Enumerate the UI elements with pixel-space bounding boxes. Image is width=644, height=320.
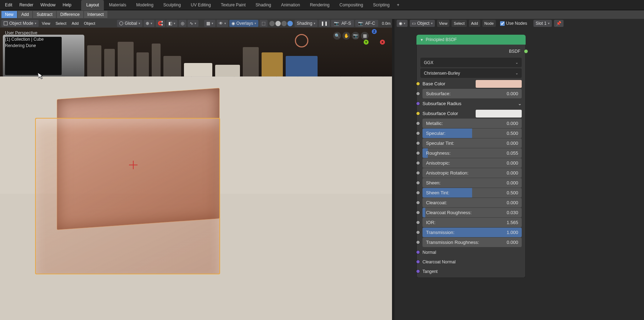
pin-button[interactable]: 📌 [554,20,564,27]
tab-rendering[interactable]: Rendering [305,0,334,10]
node-menu-add[interactable]: Add [469,20,480,27]
ior-slider[interactable]: IOR:1.565 [422,218,522,227]
tab-animation[interactable]: Animation [276,0,305,10]
bool-intersect-button[interactable]: Intersect [84,11,107,18]
subsurface-socket[interactable] [416,92,420,96]
cc_rough-socket[interactable] [416,211,420,215]
tab-texture-paint[interactable]: Texture Paint [216,0,251,10]
camera-tool-button[interactable]: 📷 [352,32,359,40]
bool-add-button[interactable]: Add [18,11,32,18]
ss-color-swatch[interactable] [476,110,522,118]
roughness-socket[interactable] [416,151,420,155]
viewport-menu-view[interactable]: View [40,20,52,27]
spec_tint-socket[interactable] [416,141,420,145]
tangent-socket[interactable] [416,269,420,273]
data-type-select[interactable]: ▭ Object ▾ [410,20,435,27]
pause-render-button[interactable]: ❚❚ [319,20,330,27]
viewport-canvas[interactable] [0,28,392,320]
bool-new-button[interactable]: New [1,11,17,18]
pan-tool-button[interactable]: ✋ [342,32,350,40]
principled-bsdf-node[interactable]: ▼ Principled BSDF BSDF GGX ⌄ Christensen… [416,35,526,278]
roughness-slider[interactable]: Roughness:0.055 [422,148,522,158]
menu-edit[interactable]: Edit [1,0,16,10]
use-nodes-toggle[interactable]: Use Nodes [500,21,527,26]
chevron-down-icon[interactable]: ⌄ [518,101,522,106]
use-nodes-checkbox[interactable] [500,21,505,26]
orientation-gizmo[interactable]: Z Y X [364,29,385,50]
bool-subtract-button[interactable]: Subtract [33,11,56,18]
snap-options[interactable]: ◧▾ [166,20,178,27]
cc-normal-socket[interactable] [416,260,420,264]
output-socket[interactable] [524,49,528,53]
base-color-swatch[interactable] [476,80,522,88]
viewport-menu-add[interactable]: Add [69,20,81,27]
ior-socket[interactable] [416,221,420,224]
pivot-select[interactable]: ⊕▾ [144,20,155,27]
shading-options[interactable]: Shading ▾ [295,20,318,27]
sheen-slider[interactable]: Sheen:0.000 [422,178,522,188]
tab-scripting[interactable]: Scripting [368,0,394,10]
tab-modeling[interactable]: Modeling [131,0,158,10]
area-splitter[interactable] [392,19,394,320]
tab-sculpting[interactable]: Sculpting [158,0,186,10]
shader-editor[interactable]: ◉▾ ▭ Object ▾ View Select Add Node Use N… [394,19,644,320]
mode-select[interactable]: Object Mode ▾ [1,20,39,27]
sheen-socket[interactable] [416,181,420,185]
base-color-socket[interactable] [416,82,420,86]
wireframe-mode-button[interactable] [269,21,275,26]
distribution-select[interactable]: GGX ⌄ [420,58,522,67]
tab-layout[interactable]: Layout [81,0,104,10]
clearcoat-socket[interactable] [416,201,420,205]
subsurface-method-select[interactable]: Christensen-Burley ⌄ [420,68,522,78]
viewport-menu-object[interactable]: Object [82,20,97,27]
tab-materials[interactable]: Materials [104,0,131,10]
rendered-mode-button[interactable] [287,21,293,26]
tab-compositing[interactable]: Compositing [335,0,368,10]
transmission-slider[interactable]: Transmission:1.000 [422,228,522,237]
specular-socket[interactable] [416,131,420,135]
collapse-triangle-icon[interactable]: ▼ [420,38,424,42]
aniso-socket[interactable] [416,161,420,165]
cc_rough-slider[interactable]: Clearcoat Roughness:0.030 [422,208,522,217]
af-c-button[interactable]: 📷 AF-C [355,20,378,27]
proportional-options[interactable]: ∿▾ [187,20,198,27]
gizmo-x-axis[interactable]: X [380,40,385,45]
ss-color-socket[interactable] [416,112,420,115]
matprev-mode-button[interactable] [281,21,287,26]
orientation-select[interactable]: Global ▾ [117,20,142,27]
solid-mode-button[interactable] [275,21,281,26]
bool-difference-button[interactable]: Difference [57,11,83,18]
visibility-select[interactable]: 👁▾ [217,20,228,27]
aniso-slider[interactable]: Anisotropic:0.000 [422,158,522,168]
sheen_tint-socket[interactable] [416,191,420,195]
metallic-slider[interactable]: Metallic:0.000 [422,119,522,128]
tab-shading[interactable]: Shading [251,0,276,10]
gizmo-z-axis[interactable]: Z [372,29,377,34]
transmission-socket[interactable] [416,230,420,234]
xray-toggle[interactable]: ⬚ [259,20,268,27]
spec_tint-slider[interactable]: Specular Tint:0.000 [422,138,522,148]
metallic-socket[interactable] [416,121,420,125]
sheen_tint-slider[interactable]: Sheen Tint:0.500 [422,188,522,198]
ss-radius-socket[interactable] [416,102,420,105]
viewport-menu-select[interactable]: Select [54,20,69,27]
zoom-tool-button[interactable]: 🔍 [333,32,341,40]
trans_rough-socket[interactable] [416,240,420,244]
editor-type-select[interactable]: ▦▾ [204,20,215,27]
trans_rough-slider[interactable]: Transmission Roughness:0.000 [422,238,522,247]
gizmo-y-axis[interactable]: Y [364,40,369,45]
node-header[interactable]: ▼ Principled BSDF [416,35,526,45]
specular-slider[interactable]: Specular:0.500 [422,128,522,138]
node-menu-select[interactable]: Select [452,20,467,27]
af-s-button[interactable]: 📷 AF-S [331,20,354,27]
tab-uv[interactable]: UV Editing [186,0,216,10]
proportional-toggle[interactable]: ◎ [179,20,186,27]
bsdf-output[interactable]: BSDF [417,46,525,57]
menu-render[interactable]: Render [16,0,37,10]
add-workspace-button[interactable]: + [394,0,402,10]
menu-window[interactable]: Window [37,0,59,10]
node-menu-view[interactable]: View [437,20,450,27]
aniso_rot-socket[interactable] [416,171,420,175]
3d-viewport[interactable]: Object Mode ▾ View Select Add Object Glo… [0,19,392,320]
aniso_rot-slider[interactable]: Anisotropic Rotation:0.000 [422,168,522,178]
